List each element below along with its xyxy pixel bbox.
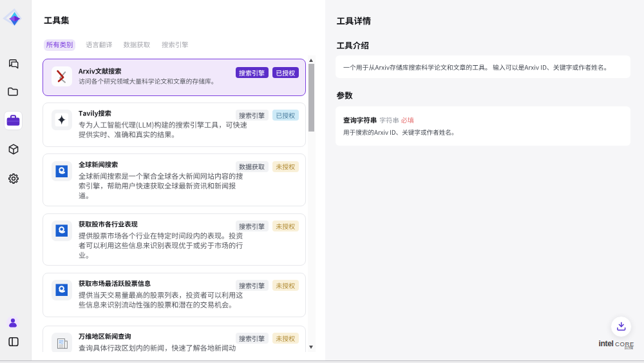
svg-text:ULTRA: ULTRA (625, 347, 633, 349)
